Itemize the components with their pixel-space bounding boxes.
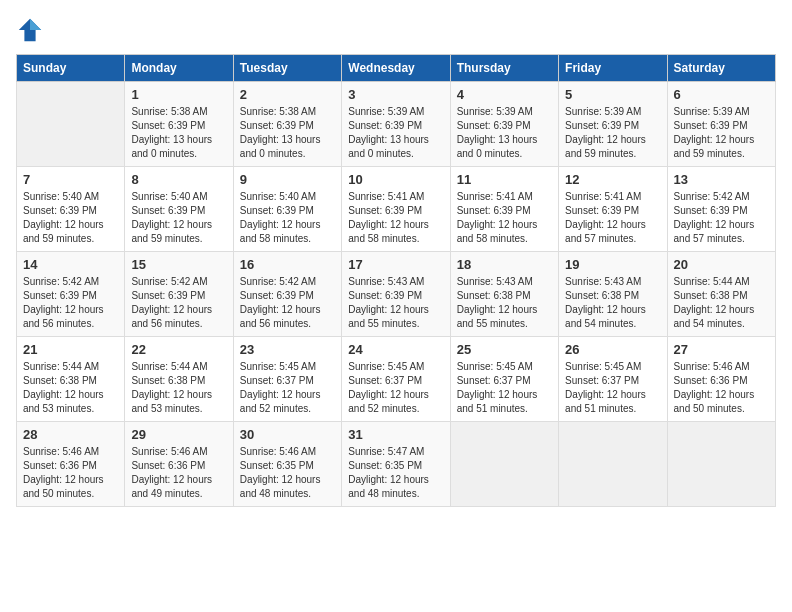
day-info: Sunrise: 5:39 AM Sunset: 6:39 PM Dayligh… [565, 105, 660, 161]
calendar-day-cell: 19Sunrise: 5:43 AM Sunset: 6:38 PM Dayli… [559, 252, 667, 337]
day-info: Sunrise: 5:45 AM Sunset: 6:37 PM Dayligh… [348, 360, 443, 416]
page-header [16, 16, 776, 44]
day-number: 2 [240, 87, 335, 102]
calendar-day-cell: 27Sunrise: 5:46 AM Sunset: 6:36 PM Dayli… [667, 337, 775, 422]
day-info: Sunrise: 5:39 AM Sunset: 6:39 PM Dayligh… [674, 105, 769, 161]
day-number: 31 [348, 427, 443, 442]
calendar-day-cell: 9Sunrise: 5:40 AM Sunset: 6:39 PM Daylig… [233, 167, 341, 252]
day-info: Sunrise: 5:44 AM Sunset: 6:38 PM Dayligh… [23, 360, 118, 416]
day-number: 19 [565, 257, 660, 272]
day-number: 23 [240, 342, 335, 357]
day-number: 4 [457, 87, 552, 102]
calendar-week-row: 28Sunrise: 5:46 AM Sunset: 6:36 PM Dayli… [17, 422, 776, 507]
day-number: 30 [240, 427, 335, 442]
calendar-day-cell: 26Sunrise: 5:45 AM Sunset: 6:37 PM Dayli… [559, 337, 667, 422]
day-number: 29 [131, 427, 226, 442]
calendar-day-cell [667, 422, 775, 507]
calendar-day-cell: 4Sunrise: 5:39 AM Sunset: 6:39 PM Daylig… [450, 82, 558, 167]
day-number: 3 [348, 87, 443, 102]
calendar-day-cell: 2Sunrise: 5:38 AM Sunset: 6:39 PM Daylig… [233, 82, 341, 167]
calendar-day-cell [17, 82, 125, 167]
calendar-table: SundayMondayTuesdayWednesdayThursdayFrid… [16, 54, 776, 507]
calendar-day-cell: 5Sunrise: 5:39 AM Sunset: 6:39 PM Daylig… [559, 82, 667, 167]
day-number: 10 [348, 172, 443, 187]
logo [16, 16, 46, 44]
calendar-day-cell: 3Sunrise: 5:39 AM Sunset: 6:39 PM Daylig… [342, 82, 450, 167]
day-of-week-header: Friday [559, 55, 667, 82]
day-info: Sunrise: 5:42 AM Sunset: 6:39 PM Dayligh… [240, 275, 335, 331]
calendar-day-cell: 1Sunrise: 5:38 AM Sunset: 6:39 PM Daylig… [125, 82, 233, 167]
day-info: Sunrise: 5:41 AM Sunset: 6:39 PM Dayligh… [348, 190, 443, 246]
day-number: 27 [674, 342, 769, 357]
day-number: 15 [131, 257, 226, 272]
day-info: Sunrise: 5:46 AM Sunset: 6:35 PM Dayligh… [240, 445, 335, 501]
day-info: Sunrise: 5:46 AM Sunset: 6:36 PM Dayligh… [23, 445, 118, 501]
day-info: Sunrise: 5:40 AM Sunset: 6:39 PM Dayligh… [23, 190, 118, 246]
day-info: Sunrise: 5:40 AM Sunset: 6:39 PM Dayligh… [240, 190, 335, 246]
logo-icon [16, 16, 44, 44]
day-of-week-header: Saturday [667, 55, 775, 82]
day-info: Sunrise: 5:46 AM Sunset: 6:36 PM Dayligh… [674, 360, 769, 416]
calendar-day-cell: 29Sunrise: 5:46 AM Sunset: 6:36 PM Dayli… [125, 422, 233, 507]
calendar-day-cell: 22Sunrise: 5:44 AM Sunset: 6:38 PM Dayli… [125, 337, 233, 422]
calendar-week-row: 1Sunrise: 5:38 AM Sunset: 6:39 PM Daylig… [17, 82, 776, 167]
day-info: Sunrise: 5:40 AM Sunset: 6:39 PM Dayligh… [131, 190, 226, 246]
calendar-day-cell: 24Sunrise: 5:45 AM Sunset: 6:37 PM Dayli… [342, 337, 450, 422]
day-info: Sunrise: 5:46 AM Sunset: 6:36 PM Dayligh… [131, 445, 226, 501]
day-info: Sunrise: 5:45 AM Sunset: 6:37 PM Dayligh… [457, 360, 552, 416]
day-number: 6 [674, 87, 769, 102]
day-number: 22 [131, 342, 226, 357]
day-number: 20 [674, 257, 769, 272]
calendar-day-cell: 30Sunrise: 5:46 AM Sunset: 6:35 PM Dayli… [233, 422, 341, 507]
day-of-week-header: Sunday [17, 55, 125, 82]
calendar-week-row: 14Sunrise: 5:42 AM Sunset: 6:39 PM Dayli… [17, 252, 776, 337]
day-info: Sunrise: 5:45 AM Sunset: 6:37 PM Dayligh… [240, 360, 335, 416]
calendar-day-cell: 25Sunrise: 5:45 AM Sunset: 6:37 PM Dayli… [450, 337, 558, 422]
day-number: 18 [457, 257, 552, 272]
day-number: 16 [240, 257, 335, 272]
calendar-day-cell [450, 422, 558, 507]
day-number: 5 [565, 87, 660, 102]
day-number: 14 [23, 257, 118, 272]
calendar-day-cell: 16Sunrise: 5:42 AM Sunset: 6:39 PM Dayli… [233, 252, 341, 337]
day-number: 7 [23, 172, 118, 187]
day-number: 12 [565, 172, 660, 187]
day-number: 21 [23, 342, 118, 357]
day-number: 26 [565, 342, 660, 357]
day-number: 9 [240, 172, 335, 187]
calendar-day-cell: 11Sunrise: 5:41 AM Sunset: 6:39 PM Dayli… [450, 167, 558, 252]
calendar-week-row: 21Sunrise: 5:44 AM Sunset: 6:38 PM Dayli… [17, 337, 776, 422]
day-of-week-header: Monday [125, 55, 233, 82]
calendar-day-cell: 14Sunrise: 5:42 AM Sunset: 6:39 PM Dayli… [17, 252, 125, 337]
calendar-day-cell [559, 422, 667, 507]
day-info: Sunrise: 5:47 AM Sunset: 6:35 PM Dayligh… [348, 445, 443, 501]
calendar-week-row: 7Sunrise: 5:40 AM Sunset: 6:39 PM Daylig… [17, 167, 776, 252]
day-number: 13 [674, 172, 769, 187]
day-info: Sunrise: 5:45 AM Sunset: 6:37 PM Dayligh… [565, 360, 660, 416]
day-info: Sunrise: 5:43 AM Sunset: 6:38 PM Dayligh… [457, 275, 552, 331]
day-info: Sunrise: 5:42 AM Sunset: 6:39 PM Dayligh… [23, 275, 118, 331]
day-number: 11 [457, 172, 552, 187]
day-info: Sunrise: 5:42 AM Sunset: 6:39 PM Dayligh… [674, 190, 769, 246]
calendar-day-cell: 15Sunrise: 5:42 AM Sunset: 6:39 PM Dayli… [125, 252, 233, 337]
day-info: Sunrise: 5:44 AM Sunset: 6:38 PM Dayligh… [131, 360, 226, 416]
svg-marker-1 [30, 19, 41, 30]
day-of-week-header: Wednesday [342, 55, 450, 82]
calendar-day-cell: 28Sunrise: 5:46 AM Sunset: 6:36 PM Dayli… [17, 422, 125, 507]
day-info: Sunrise: 5:41 AM Sunset: 6:39 PM Dayligh… [457, 190, 552, 246]
day-number: 24 [348, 342, 443, 357]
day-info: Sunrise: 5:39 AM Sunset: 6:39 PM Dayligh… [457, 105, 552, 161]
calendar-day-cell: 23Sunrise: 5:45 AM Sunset: 6:37 PM Dayli… [233, 337, 341, 422]
day-number: 1 [131, 87, 226, 102]
calendar-day-cell: 20Sunrise: 5:44 AM Sunset: 6:38 PM Dayli… [667, 252, 775, 337]
calendar-day-cell: 7Sunrise: 5:40 AM Sunset: 6:39 PM Daylig… [17, 167, 125, 252]
calendar-day-cell: 18Sunrise: 5:43 AM Sunset: 6:38 PM Dayli… [450, 252, 558, 337]
day-info: Sunrise: 5:38 AM Sunset: 6:39 PM Dayligh… [131, 105, 226, 161]
day-info: Sunrise: 5:38 AM Sunset: 6:39 PM Dayligh… [240, 105, 335, 161]
day-number: 25 [457, 342, 552, 357]
calendar-day-cell: 17Sunrise: 5:43 AM Sunset: 6:39 PM Dayli… [342, 252, 450, 337]
calendar-day-cell: 13Sunrise: 5:42 AM Sunset: 6:39 PM Dayli… [667, 167, 775, 252]
day-number: 28 [23, 427, 118, 442]
calendar-day-cell: 21Sunrise: 5:44 AM Sunset: 6:38 PM Dayli… [17, 337, 125, 422]
calendar-day-cell: 31Sunrise: 5:47 AM Sunset: 6:35 PM Dayli… [342, 422, 450, 507]
